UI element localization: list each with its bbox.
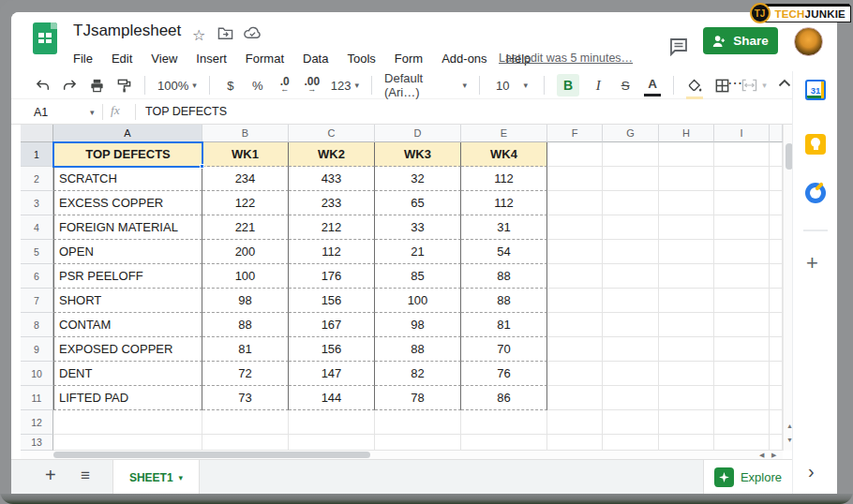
format-currency-button[interactable]: $ bbox=[222, 74, 239, 96]
cell-B10[interactable]: 72 bbox=[202, 362, 289, 386]
cell-H1[interactable] bbox=[659, 142, 714, 167]
cell-J11[interactable] bbox=[770, 386, 783, 410]
cell-H4[interactable] bbox=[659, 215, 714, 240]
name-box[interactable]: A1 bbox=[34, 99, 88, 125]
cell-F5[interactable] bbox=[547, 240, 603, 264]
cell-E8[interactable]: 81 bbox=[461, 313, 547, 337]
cell-G10[interactable] bbox=[603, 362, 659, 386]
cell-F3[interactable] bbox=[547, 191, 603, 215]
row-header-4[interactable]: 4 bbox=[21, 215, 53, 240]
cell-G2[interactable] bbox=[603, 167, 659, 191]
last-edit-link[interactable]: Last edit was 5 minutes… bbox=[499, 52, 633, 65]
cell-A3[interactable]: EXCESS COPPER bbox=[53, 191, 202, 215]
cell-A7[interactable]: SHORT bbox=[53, 289, 202, 313]
cell-E2[interactable]: 112 bbox=[461, 167, 547, 191]
cell-J3[interactable] bbox=[770, 191, 783, 215]
sheet-tab-sheet1[interactable]: SHEET1 ▾ bbox=[112, 460, 200, 494]
cell-H2[interactable] bbox=[659, 167, 714, 191]
cell-E6[interactable]: 88 bbox=[461, 264, 547, 289]
cell-C1[interactable]: WK2 bbox=[289, 142, 375, 167]
star-icon[interactable]: ☆ bbox=[192, 26, 205, 44]
move-folder-icon[interactable] bbox=[217, 26, 233, 40]
cell-C4[interactable]: 212 bbox=[289, 215, 375, 240]
cell-I10[interactable] bbox=[714, 362, 770, 386]
strikethrough-button[interactable]: S bbox=[617, 74, 634, 96]
all-sheets-icon[interactable]: ≡ bbox=[81, 467, 90, 485]
italic-button[interactable]: I bbox=[590, 74, 606, 96]
cell-A6[interactable]: PSR PEELOFF bbox=[53, 264, 202, 289]
cell-A13[interactable] bbox=[53, 435, 202, 451]
cell-C13[interactable] bbox=[289, 435, 375, 451]
cell-B9[interactable]: 81 bbox=[202, 337, 289, 362]
cell-H3[interactable] bbox=[659, 191, 714, 215]
cell-E13[interactable] bbox=[461, 435, 547, 451]
cell-J1[interactable] bbox=[770, 142, 783, 167]
cell-C2[interactable]: 433 bbox=[289, 167, 375, 191]
cell-I7[interactable] bbox=[714, 289, 770, 313]
cell-J8[interactable] bbox=[770, 313, 783, 337]
share-button[interactable]: Share bbox=[703, 27, 778, 54]
cell-G6[interactable] bbox=[603, 264, 659, 289]
cell-E11[interactable]: 86 bbox=[461, 386, 547, 410]
fill-color-button[interactable] bbox=[686, 74, 703, 96]
column-header-b[interactable]: B bbox=[202, 125, 289, 142]
cell-G4[interactable] bbox=[603, 215, 659, 240]
cell-I5[interactable] bbox=[714, 240, 770, 264]
cell-H11[interactable] bbox=[659, 386, 714, 410]
cell-C8[interactable]: 167 bbox=[289, 313, 375, 337]
column-header-f[interactable]: F bbox=[547, 125, 603, 142]
row-header-13[interactable]: 13 bbox=[21, 435, 53, 451]
menu-tools[interactable]: Tools bbox=[347, 52, 375, 66]
cell-H13[interactable] bbox=[659, 435, 714, 451]
menu-data[interactable]: Data bbox=[303, 52, 328, 66]
fill-handle[interactable] bbox=[200, 164, 204, 169]
font-select[interactable]: Default (Ari…)▾ bbox=[384, 74, 467, 96]
cell-G3[interactable] bbox=[603, 191, 659, 215]
cell-F8[interactable] bbox=[547, 313, 603, 337]
formula-input[interactable]: TOP DEFECTS bbox=[145, 105, 227, 118]
cell-G8[interactable] bbox=[603, 313, 659, 337]
explore-button[interactable]: Explore bbox=[703, 460, 792, 494]
cell-D7[interactable]: 100 bbox=[375, 289, 461, 313]
cell-J9[interactable] bbox=[770, 337, 783, 362]
row-header-2[interactable]: 2 bbox=[21, 167, 53, 191]
cell-D10[interactable]: 82 bbox=[375, 362, 461, 386]
cell-A8[interactable]: CONTAM bbox=[53, 313, 202, 337]
cell-G9[interactable] bbox=[603, 337, 659, 362]
cell-C11[interactable]: 144 bbox=[289, 386, 375, 410]
cell-H8[interactable] bbox=[659, 313, 714, 337]
column-header-stub[interactable] bbox=[770, 125, 783, 142]
cell-F4[interactable] bbox=[547, 215, 603, 240]
cell-I6[interactable] bbox=[714, 264, 770, 289]
cell-A2[interactable]: SCRATCH bbox=[53, 167, 202, 191]
cell-B4[interactable]: 221 bbox=[202, 215, 289, 240]
cell-B1[interactable]: WK1 bbox=[202, 142, 289, 167]
cell-A10[interactable]: DENT bbox=[53, 362, 202, 386]
account-avatar[interactable] bbox=[794, 27, 823, 56]
cell-F9[interactable] bbox=[547, 337, 603, 362]
cell-C7[interactable]: 156 bbox=[289, 289, 375, 313]
row-header-8[interactable]: 8 bbox=[21, 313, 53, 337]
horizontal-scrollbar[interactable]: ◀ ▶ bbox=[21, 451, 783, 459]
menu-format[interactable]: Format bbox=[246, 52, 284, 66]
row-header-12[interactable]: 12 bbox=[21, 410, 53, 435]
print-icon[interactable] bbox=[88, 74, 105, 96]
cell-G11[interactable] bbox=[603, 386, 659, 410]
cell-H6[interactable] bbox=[659, 264, 714, 289]
cell-D9[interactable]: 88 bbox=[375, 337, 461, 362]
cell-G5[interactable] bbox=[603, 240, 659, 264]
row-header-9[interactable]: 9 bbox=[21, 337, 53, 362]
text-color-button[interactable]: A bbox=[644, 74, 661, 96]
cell-G12[interactable] bbox=[603, 410, 659, 435]
expand-panel-icon[interactable]: › bbox=[808, 461, 815, 482]
cell-F10[interactable] bbox=[547, 362, 603, 386]
cell-D2[interactable]: 32 bbox=[375, 167, 461, 191]
keep-icon[interactable] bbox=[805, 134, 826, 155]
column-header-e[interactable]: E bbox=[461, 125, 547, 142]
cell-F2[interactable] bbox=[547, 167, 603, 191]
cell-E4[interactable]: 31 bbox=[461, 215, 547, 240]
cell-I3[interactable] bbox=[714, 191, 770, 215]
cell-G7[interactable] bbox=[603, 289, 659, 313]
cell-I12[interactable] bbox=[714, 410, 770, 435]
cell-E9[interactable]: 70 bbox=[461, 337, 547, 362]
